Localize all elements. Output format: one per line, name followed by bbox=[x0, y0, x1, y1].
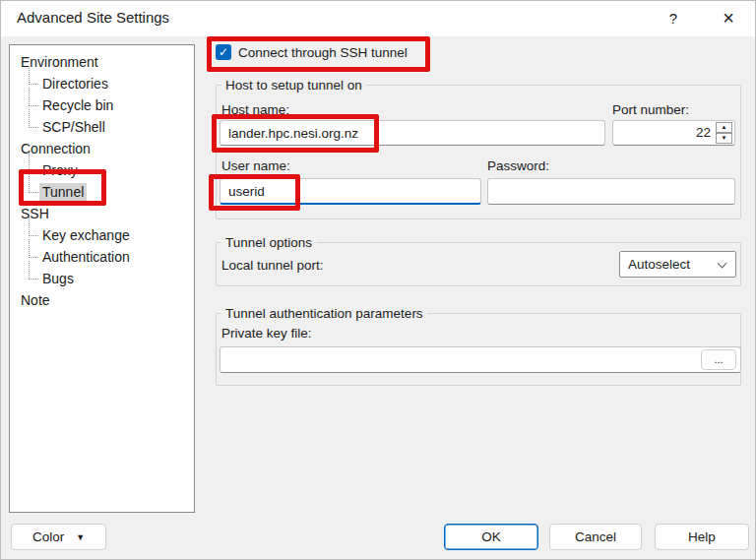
tree-item-note[interactable]: Note bbox=[10, 289, 194, 311]
local-tunnel-port-value: Autoselect bbox=[628, 257, 690, 272]
port-number-label: Port number: bbox=[612, 102, 689, 117]
chevron-down-icon bbox=[719, 260, 726, 268]
checkbox-checked-icon[interactable]: ✓ bbox=[216, 44, 231, 60]
tunnel-auth-legend: Tunnel authentication parameters bbox=[221, 306, 427, 321]
title-bar: Advanced Site Settings ? × bbox=[1, 1, 755, 36]
color-dropdown-button[interactable]: Color▼ bbox=[11, 524, 106, 550]
cancel-button[interactable]: Cancel bbox=[549, 524, 642, 550]
advanced-site-settings-dialog: Advanced Site Settings ? × Environment D… bbox=[0, 0, 756, 560]
host-name-label: Host name: bbox=[221, 102, 289, 117]
tree-item-bugs[interactable]: Bugs bbox=[10, 268, 194, 289]
dropdown-caret-icon: ▼ bbox=[76, 532, 85, 542]
help-icon[interactable]: ? bbox=[651, 1, 696, 36]
host-name-input[interactable] bbox=[220, 120, 605, 146]
tunnel-options-legend: Tunnel options bbox=[221, 235, 316, 250]
user-name-input[interactable] bbox=[220, 178, 481, 205]
port-number-value: 22 bbox=[696, 125, 711, 140]
browse-key-file-button[interactable]: ... bbox=[701, 349, 736, 370]
checkbox-label: Connect through SSH tunnel bbox=[238, 44, 408, 61]
close-icon[interactable]: × bbox=[706, 1, 751, 36]
tree-item-tunnel[interactable]: Tunnel bbox=[10, 181, 194, 203]
local-tunnel-port-label: Local tunnel port: bbox=[221, 258, 324, 273]
ok-button[interactable]: OK bbox=[444, 524, 538, 550]
help-button[interactable]: Help bbox=[655, 524, 749, 550]
spin-up-icon[interactable]: ▲ bbox=[716, 122, 732, 133]
private-key-file-input[interactable] bbox=[220, 346, 741, 373]
host-group-legend: Host to setup tunnel on bbox=[221, 78, 366, 93]
dialog-title: Advanced Site Settings bbox=[17, 9, 169, 26]
settings-tree: Environment Directories Recycle bin SCP/… bbox=[9, 44, 195, 513]
password-input[interactable] bbox=[487, 178, 735, 205]
private-key-file-label: Private key file: bbox=[221, 326, 312, 341]
tree-item-scp-shell[interactable]: SCP/Shell bbox=[10, 116, 194, 138]
local-tunnel-port-select[interactable]: Autoselect bbox=[619, 251, 736, 278]
spin-down-icon[interactable]: ▼ bbox=[716, 133, 732, 144]
port-number-stepper[interactable]: 22 ▲ ▼ bbox=[612, 120, 735, 146]
password-label: Password: bbox=[487, 158, 549, 173]
user-name-label: User name: bbox=[221, 158, 290, 173]
